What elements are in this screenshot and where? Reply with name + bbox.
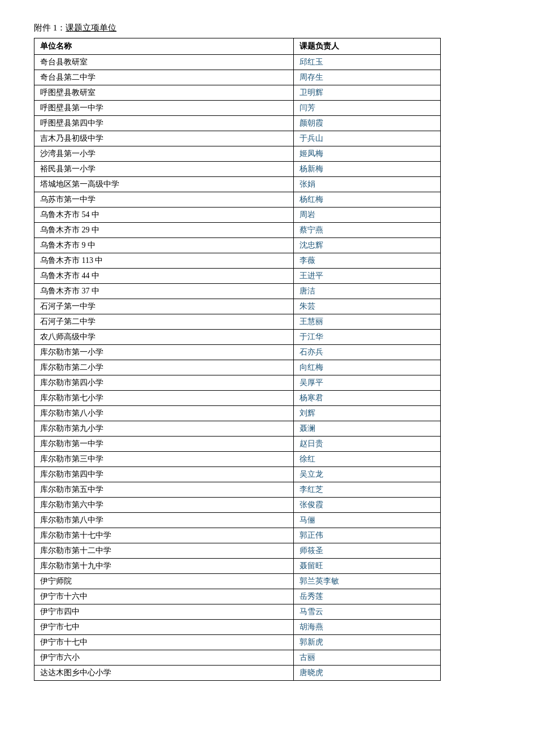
table-row: 库尔勒市第十七中学郭正伟: [34, 528, 441, 543]
table-row: 呼图壁县第四中学颜朝霞: [34, 116, 441, 131]
cell-unit: 库尔勒市第四中学: [34, 467, 294, 482]
table-row: 沙湾县第一小学姬凤梅: [34, 146, 441, 162]
cell-person: 沈忠辉: [294, 238, 441, 253]
cell-person: 古丽: [294, 650, 441, 666]
cell-unit: 库尔勒市第十七中学: [34, 528, 294, 543]
table-row: 库尔勒市第十二中学师筱圣: [34, 543, 441, 559]
cell-unit: 伊宁市七中: [34, 620, 294, 635]
cell-unit: 库尔勒市第二小学: [34, 360, 294, 375]
table-row: 奇台县第二中学周存生: [34, 70, 441, 85]
cell-unit: 乌鲁木齐市 37 中: [34, 284, 294, 299]
table-row: 伊宁市十六中岳秀莲: [34, 589, 441, 604]
header-person: 课题负责人: [294, 38, 441, 55]
cell-person: 唐晓虎: [294, 666, 441, 681]
cell-person: 郭正伟: [294, 528, 441, 543]
cell-person: 李红芝: [294, 482, 441, 498]
cell-person: 邱红玉: [294, 55, 441, 70]
cell-person: 吴厚平: [294, 375, 441, 391]
table-row: 裕民县第一小学杨新梅: [34, 162, 441, 177]
table-row: 呼图壁县第一中学闫芳: [34, 101, 441, 116]
cell-unit: 库尔勒市第三中学: [34, 452, 294, 467]
cell-person: 周存生: [294, 70, 441, 85]
cell-person: 杨红梅: [294, 192, 441, 208]
cell-person: 徐红: [294, 452, 441, 467]
cell-unit: 沙湾县第一小学: [34, 146, 294, 162]
cell-person: 张娟: [294, 177, 441, 192]
cell-unit: 乌鲁木齐市 29 中: [34, 223, 294, 238]
cell-person: 周岩: [294, 208, 441, 223]
cell-unit: 库尔勒市第九小学: [34, 421, 294, 437]
table-row: 乌苏市第一中学杨红梅: [34, 192, 441, 208]
table-row: 石河子第二中学王慧丽: [34, 314, 441, 330]
cell-person: 于兵山: [294, 131, 441, 146]
cell-person: 郭兰英李敏: [294, 574, 441, 589]
cell-unit: 裕民县第一小学: [34, 162, 294, 177]
cell-unit: 伊宁市十六中: [34, 589, 294, 604]
title-main: 课题立项单位: [66, 23, 116, 32]
table-row: 库尔勒市第一小学石亦兵: [34, 345, 441, 360]
cell-unit: 塔城地区第一高级中学: [34, 177, 294, 192]
cell-unit: 乌苏市第一中学: [34, 192, 294, 208]
cell-person: 师筱圣: [294, 543, 441, 559]
table-row: 库尔勒市第八中学马俪: [34, 513, 441, 528]
cell-unit: 达达木图乡中心小学: [34, 666, 294, 681]
header-unit: 单位名称: [34, 38, 294, 55]
cell-person: 岳秀莲: [294, 589, 441, 604]
cell-unit: 伊宁市十七中: [34, 635, 294, 650]
cell-person: 蔡宁燕: [294, 223, 441, 238]
cell-person: 马雪云: [294, 604, 441, 620]
table-row: 乌鲁木齐市 113 中李薇: [34, 253, 441, 269]
cell-unit: 石河子第二中学: [34, 314, 294, 330]
cell-unit: 伊宁市四中: [34, 604, 294, 620]
cell-person: 向红梅: [294, 360, 441, 375]
cell-person: 聂留旺: [294, 559, 441, 574]
cell-unit: 呼图壁县第四中学: [34, 116, 294, 131]
cell-person: 王进平: [294, 269, 441, 284]
table-row: 伊宁市十七中郭新虎: [34, 635, 441, 650]
table-row: 吉木乃县初级中学于兵山: [34, 131, 441, 146]
cell-unit: 库尔勒市第八中学: [34, 513, 294, 528]
table-header-row: 单位名称 课题负责人: [34, 38, 441, 55]
cell-unit: 乌鲁木齐市 54 中: [34, 208, 294, 223]
cell-person: 杨寒君: [294, 391, 441, 406]
cell-person: 李薇: [294, 253, 441, 269]
table-row: 乌鲁木齐市 9 中沈忠辉: [34, 238, 441, 253]
cell-unit: 库尔勒市第四小学: [34, 375, 294, 391]
cell-unit: 库尔勒市第八小学: [34, 406, 294, 421]
cell-person: 石亦兵: [294, 345, 441, 360]
table-row: 乌鲁木齐市 29 中蔡宁燕: [34, 223, 441, 238]
cell-unit: 伊宁市六小: [34, 650, 294, 666]
cell-person: 姬凤梅: [294, 146, 441, 162]
table-row: 库尔勒市第九小学聂澜: [34, 421, 441, 437]
cell-unit: 库尔勒市第六中学: [34, 498, 294, 513]
table-row: 农八师高级中学于江华: [34, 330, 441, 345]
table-row: 石河子第一中学朱芸: [34, 299, 441, 314]
cell-unit: 乌鲁木齐市 44 中: [34, 269, 294, 284]
table-row: 库尔勒市第七小学杨寒君: [34, 391, 441, 406]
table-row: 伊宁市四中马雪云: [34, 604, 441, 620]
table-row: 库尔勒市第一中学赵日贵: [34, 437, 441, 452]
cell-person: 刘辉: [294, 406, 441, 421]
cell-unit: 奇台县教研室: [34, 55, 294, 70]
table-row: 库尔勒市第六中学张俊霞: [34, 498, 441, 513]
table-row: 伊宁市七中胡海燕: [34, 620, 441, 635]
cell-person: 马俪: [294, 513, 441, 528]
main-table: 单位名称 课题负责人 奇台县教研室邱红玉奇台县第二中学周存生呼图壁县教研室卫明辉…: [34, 38, 441, 681]
cell-unit: 石河子第一中学: [34, 299, 294, 314]
cell-unit: 库尔勒市第五中学: [34, 482, 294, 498]
cell-person: 闫芳: [294, 101, 441, 116]
cell-person: 胡海燕: [294, 620, 441, 635]
cell-person: 赵日贵: [294, 437, 441, 452]
table-row: 伊宁师院郭兰英李敏: [34, 574, 441, 589]
cell-unit: 呼图壁县第一中学: [34, 101, 294, 116]
table-row: 库尔勒市第十九中学聂留旺: [34, 559, 441, 574]
title-prefix: 附件 1：: [34, 23, 66, 32]
cell-unit: 库尔勒市第一中学: [34, 437, 294, 452]
cell-person: 杨新梅: [294, 162, 441, 177]
cell-person: 颜朝霞: [294, 116, 441, 131]
cell-unit: 库尔勒市第十二中学: [34, 543, 294, 559]
table-row: 库尔勒市第四小学吴厚平: [34, 375, 441, 391]
cell-person: 郭新虎: [294, 635, 441, 650]
table-row: 乌鲁木齐市 37 中唐洁: [34, 284, 441, 299]
cell-unit: 库尔勒市第十九中学: [34, 559, 294, 574]
